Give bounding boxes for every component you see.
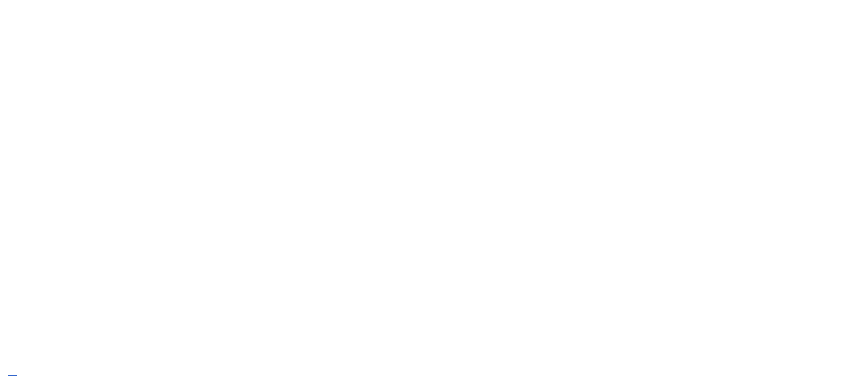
chart-svg xyxy=(26,15,864,362)
chart-container xyxy=(0,0,868,379)
legend-swatch-r xyxy=(8,375,17,376)
plot-area xyxy=(26,15,864,362)
legend xyxy=(8,375,20,376)
